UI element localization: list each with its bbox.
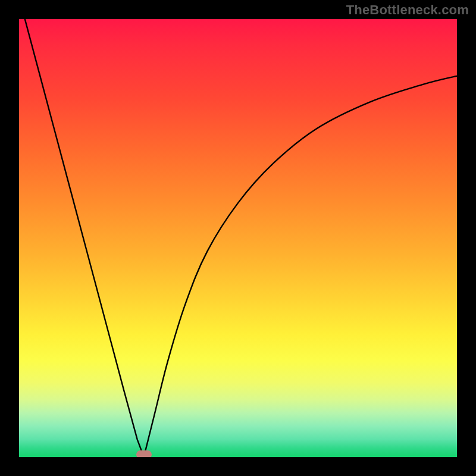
chart-frame: TheBottleneck.com xyxy=(0,0,476,476)
bottleneck-curve xyxy=(19,19,457,457)
plot-area xyxy=(19,19,457,457)
watermark-text: TheBottleneck.com xyxy=(346,2,469,18)
minimum-marker xyxy=(136,450,152,457)
